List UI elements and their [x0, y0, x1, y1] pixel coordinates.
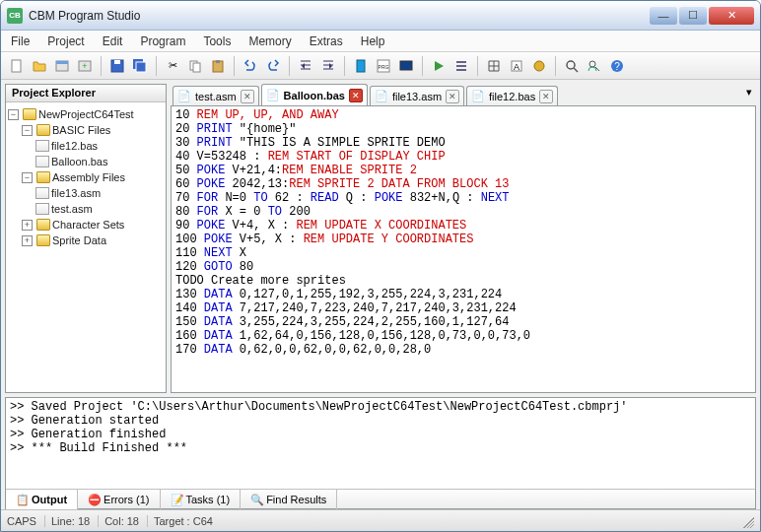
- copy-icon[interactable]: [185, 56, 205, 76]
- svg-point-20: [567, 61, 575, 69]
- tree-file[interactable]: Balloon.bas: [8, 154, 164, 169]
- tab-overflow-icon[interactable]: ▾: [746, 86, 752, 99]
- tasks-icon: 📝: [171, 494, 182, 505]
- menu-tools[interactable]: Tools: [203, 34, 231, 48]
- tree-group-label: Assembly Files: [52, 171, 125, 183]
- save-icon[interactable]: [107, 56, 127, 76]
- output-tab-errors[interactable]: ⛔Errors (1): [78, 490, 160, 509]
- tab-label: test.asm: [195, 91, 237, 102]
- close-tab-icon[interactable]: ✕: [349, 89, 363, 102]
- tab-file13-asm[interactable]: 📄file13.asm✕: [370, 86, 464, 105]
- close-button[interactable]: ✕: [709, 7, 754, 25]
- bookmark-toggle-icon[interactable]: [351, 56, 371, 76]
- asm-icon: 📄: [177, 90, 191, 103]
- undo-icon[interactable]: [241, 56, 260, 76]
- save-all-icon[interactable]: [130, 56, 150, 76]
- svg-text:PRG: PRG: [379, 64, 389, 70]
- tree-group-sprites[interactable]: +Sprite Data: [8, 233, 164, 248]
- menu-memory[interactable]: Memory: [248, 34, 291, 48]
- code-editor[interactable]: 10 REM UP, UP, AND AWAY 20 PRINT "{home}…: [171, 105, 756, 393]
- project-icon[interactable]: [52, 56, 72, 76]
- close-tab-icon[interactable]: ✕: [539, 90, 553, 103]
- svg-rect-6: [114, 60, 120, 64]
- bas-icon: 📄: [471, 90, 485, 103]
- tree-group-basic[interactable]: −BASIC Files: [8, 122, 164, 138]
- tree-file-label: file12.bas: [51, 140, 98, 152]
- find-icon[interactable]: [562, 56, 582, 76]
- paste-icon[interactable]: [208, 56, 228, 76]
- indent-right-icon[interactable]: [318, 56, 338, 76]
- svg-rect-8: [136, 62, 146, 72]
- svg-rect-16: [400, 61, 412, 70]
- status-caps: CAPS: [7, 515, 45, 527]
- output-tab-find[interactable]: 🔍Find Results: [241, 490, 337, 509]
- tab-label: Balloon.bas: [284, 90, 345, 101]
- close-tab-icon[interactable]: ✕: [446, 90, 459, 103]
- menu-help[interactable]: Help: [361, 34, 385, 48]
- project-explorer: Project Explorer −NewProjectC64Test −BAS…: [5, 84, 167, 393]
- tab-balloon-bas[interactable]: 📄Balloon.bas✕: [261, 84, 368, 105]
- sprite-editor-icon[interactable]: [529, 56, 549, 76]
- output-tab-tasks[interactable]: 📝Tasks (1): [161, 490, 242, 509]
- toolbar: + ✂ PRG A ?: [1, 52, 760, 80]
- tree-file-label: file13.asm: [51, 187, 101, 199]
- output-body[interactable]: >> Saved Project 'C:\Users\Arthur\Docume…: [6, 398, 755, 489]
- menu-file[interactable]: File: [11, 34, 30, 48]
- status-line: Line: 18: [51, 515, 99, 527]
- svg-rect-2: [56, 61, 68, 64]
- menu-edit[interactable]: Edit: [103, 34, 123, 48]
- replace-icon[interactable]: [585, 56, 604, 76]
- app-window: CB CBM Program Studio — ☐ ✕ File Project…: [0, 0, 761, 532]
- char-editor-icon[interactable]: A: [507, 56, 526, 76]
- open-folder-icon[interactable]: [30, 56, 49, 76]
- tree-group-label: Sprite Data: [52, 234, 106, 246]
- tab-file12-bas[interactable]: 📄file12.bas✕: [466, 86, 558, 105]
- file-icon: [35, 140, 49, 152]
- output-tab-output[interactable]: 📋Output: [6, 490, 78, 509]
- folder-icon: [36, 171, 50, 183]
- minimize-button[interactable]: —: [650, 7, 677, 25]
- tab-test-asm[interactable]: 📄test.asm✕: [173, 86, 259, 105]
- status-col: Col: 18: [104, 515, 148, 527]
- project-tree[interactable]: −NewProjectC64Test −BASIC Files file12.b…: [6, 102, 166, 252]
- svg-text:A: A: [514, 62, 519, 72]
- add-item-icon[interactable]: +: [75, 56, 95, 76]
- menu-extras[interactable]: Extras: [310, 34, 343, 48]
- indent-left-icon[interactable]: [296, 56, 315, 76]
- asm-icon: 📄: [375, 90, 388, 103]
- svg-text:?: ?: [614, 61, 620, 72]
- statusbar: CAPS Line: 18 Col: 18 Target : C64: [1, 509, 760, 531]
- menu-project[interactable]: Project: [47, 34, 84, 48]
- new-file-icon[interactable]: [7, 56, 27, 76]
- tree-group-label: BASIC Files: [52, 124, 110, 136]
- tree-group-charsets[interactable]: +Character Sets: [8, 217, 164, 233]
- folder-icon: [36, 219, 50, 231]
- svg-rect-13: [357, 60, 365, 72]
- close-tab-icon[interactable]: ✕: [241, 90, 254, 103]
- tree-group-label: Character Sets: [52, 219, 124, 231]
- screen-preview-icon[interactable]: [396, 56, 416, 76]
- list-icon[interactable]: [451, 56, 471, 76]
- grid-icon[interactable]: [484, 56, 504, 76]
- tree-file[interactable]: file12.bas: [8, 138, 164, 154]
- help-icon[interactable]: ?: [607, 56, 627, 76]
- tree-file[interactable]: test.asm: [8, 201, 164, 217]
- resize-grip-icon[interactable]: [740, 514, 754, 528]
- file-icon: [35, 156, 49, 167]
- output-tab-label: Tasks (1): [186, 494, 231, 505]
- status-target: Target : C64: [154, 515, 213, 527]
- main-area: Project Explorer −NewProjectC64Test −BAS…: [1, 80, 760, 397]
- titlebar[interactable]: CB CBM Program Studio — ☐ ✕: [1, 1, 760, 31]
- build-prg-icon[interactable]: PRG: [374, 56, 393, 76]
- run-icon[interactable]: [429, 56, 449, 76]
- maximize-button[interactable]: ☐: [679, 7, 707, 25]
- tree-file[interactable]: file13.asm: [8, 185, 164, 201]
- redo-icon[interactable]: [263, 56, 283, 76]
- tree-group-asm[interactable]: −Assembly Files: [8, 169, 164, 185]
- output-icon: 📋: [16, 494, 28, 505]
- tab-label: file12.bas: [489, 91, 535, 102]
- tree-root[interactable]: −NewProjectC64Test: [8, 106, 164, 122]
- cut-icon[interactable]: ✂: [163, 56, 182, 76]
- menu-program[interactable]: Program: [140, 34, 185, 48]
- find-icon: 🔍: [250, 494, 262, 505]
